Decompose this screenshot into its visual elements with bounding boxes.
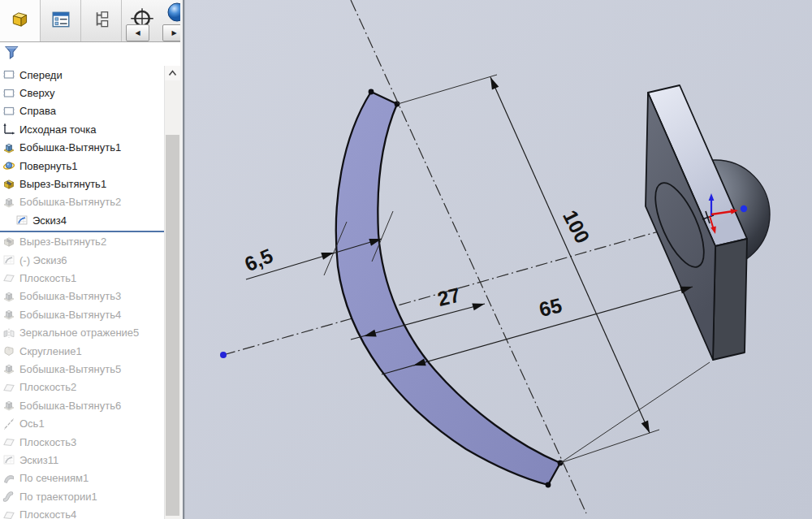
tree-item[interactable]: Сверху: [0, 84, 165, 102]
sketch-origin-point[interactable]: [220, 352, 227, 358]
mirror-icon: [2, 327, 15, 340]
tree-item[interactable]: Плоскость4: [0, 505, 165, 519]
scrollbar-thumb[interactable]: [166, 135, 179, 516]
tree-item[interactable]: Плоскость1: [0, 269, 165, 287]
feature-manager-panel: ◀ ▶ СпередиСверхуСправаИсходная точкаБоб…: [0, 0, 180, 519]
plane-icon: [2, 508, 15, 519]
sketch-icon: [2, 453, 15, 466]
tree-item[interactable]: Повернуть1: [0, 157, 165, 175]
tree-item-label: Бобышка-Вытянуть1: [19, 141, 121, 154]
tree-item-label: Бобышка-Вытянуть6: [19, 400, 121, 412]
tab-featuremanager[interactable]: [0, 0, 41, 41]
tab-scroll-left-button[interactable]: ◀: [126, 24, 149, 41]
tree-item[interactable]: Бобышка-Вытянуть6: [0, 396, 165, 414]
boss-extrude-icon: [2, 399, 15, 412]
tree-scrollbar[interactable]: [164, 66, 180, 519]
feature-tree: СпередиСверхуСправаИсходная точкаБобышка…: [0, 66, 165, 519]
boss-extrude-icon: [2, 141, 15, 154]
dimension-27-text[interactable]: 27: [435, 283, 463, 310]
tree-item[interactable]: Плоскость3: [0, 433, 165, 451]
tree-item[interactable]: (-) Эскиз6: [0, 251, 165, 269]
tree-item-label: Вырез-Вытянуть2: [19, 236, 106, 248]
tree-item[interactable]: Скругление1: [0, 342, 165, 360]
dimension-6-5-text[interactable]: 6,5: [241, 244, 276, 275]
centerline-axis: [223, 218, 707, 355]
origin-icon: [2, 123, 15, 136]
tree-item[interactable]: Бобышка-Вытянуть5: [0, 360, 165, 378]
tree-item-label: Плоскость2: [19, 381, 76, 393]
sweep-icon: [2, 490, 15, 503]
tree-item-label: (-) Эскиз6: [19, 254, 67, 266]
graphics-viewport[interactable]: 100 65 27 6,5: [185, 0, 812, 519]
dimension-65-text[interactable]: 65: [537, 293, 564, 321]
tree-item-label: Спереди: [19, 69, 63, 81]
tree-item-label: Ось1: [19, 417, 45, 430]
axis-icon: [2, 417, 15, 430]
tab-configurationmanager[interactable]: [81, 0, 122, 41]
tree-item[interactable]: Спереди: [0, 66, 165, 84]
tree-item-label: Плоскость1: [19, 272, 76, 284]
dimension-100[interactable]: 100: [487, 76, 653, 435]
tree-item[interactable]: Вырез-Вытянуть2: [0, 233, 165, 251]
tab-scroll-right-button[interactable]: ▶: [162, 24, 180, 41]
plane-icon: [2, 435, 15, 448]
tree-item[interactable]: Бобышка-Вытянуть4: [0, 305, 165, 323]
sketch-icon: [15, 214, 28, 227]
plane-ref-icon: [2, 87, 15, 100]
tree-item-label: Бобышка-Вытянуть4: [19, 309, 121, 321]
tree-item-label: Эскиз11: [19, 454, 58, 466]
triad-endpoint-dot[interactable]: [741, 205, 747, 212]
revolve-icon: [2, 159, 15, 172]
tree-item-label: По сечениям1: [19, 472, 89, 484]
tree-item-label: Исходная точка: [19, 123, 97, 136]
tree-item[interactable]: По траектории1: [0, 487, 165, 505]
tree-item-label: Повернуть1: [19, 160, 77, 172]
tree-item-label: Эскиз4: [32, 214, 67, 227]
boss-extrude-icon: [2, 308, 15, 321]
tree-item[interactable]: Зеркальное отражение5: [0, 323, 165, 341]
configurationmanager-icon: [91, 9, 112, 33]
tree-item[interactable]: Бобышка-Вытянуть3: [0, 288, 165, 305]
tree-item[interactable]: По сечениям1: [0, 469, 165, 487]
tab-dimxpert[interactable]: ◀ ▶: [122, 0, 180, 41]
boss-extrude-icon: [2, 290, 15, 303]
tree-item[interactable]: Эскиз11: [0, 451, 165, 469]
tab-propertymanager[interactable]: [41, 0, 81, 41]
tree-item[interactable]: Вырез-Вытянуть1: [0, 175, 165, 192]
plane-ref-icon: [2, 68, 15, 81]
tree-item[interactable]: Плоскость2: [0, 378, 165, 396]
plane-icon: [2, 381, 15, 394]
tree-item-label: По траектории1: [19, 491, 97, 503]
tree-item-label: Скругление1: [19, 345, 82, 357]
cut-extrude-icon: [2, 178, 15, 191]
tree-item-label: Плоскость4: [19, 508, 76, 519]
plate-body[interactable]: [646, 85, 747, 360]
tree-item[interactable]: Исходная точка: [0, 120, 165, 138]
tree-item[interactable]: Ось1: [0, 414, 165, 432]
propertymanager-icon: [50, 9, 71, 33]
fillet-icon: [2, 344, 15, 357]
tree-item-label: Плоскость3: [19, 436, 76, 448]
tree-item[interactable]: Эскиз4: [0, 211, 165, 229]
displaymanager-sphere-icon[interactable]: [167, 2, 180, 23]
tree-item-label: Бобышка-Вытянуть3: [19, 290, 121, 302]
tree-item[interactable]: Бобышка-Вытянуть1: [0, 139, 165, 157]
plane-ref-icon: [2, 105, 15, 118]
cut-extrude-icon: [2, 236, 15, 249]
tree-item[interactable]: Бобышка-Вытянуть2: [0, 193, 165, 211]
tree-filter-bar: [0, 42, 180, 67]
sketch-icon: [2, 253, 15, 266]
plate-side-face[interactable]: [713, 239, 747, 360]
tree-item-label: Справа: [19, 105, 56, 117]
tree-item-label: Бобышка-Вытянуть5: [19, 363, 121, 375]
viewport-canvas[interactable]: 100 65 27 6,5: [185, 0, 812, 519]
boss-extrude-icon: [2, 196, 15, 209]
tree-item-label: Вырез-Вытянуть1: [19, 178, 106, 190]
tree-item-label: Зеркальное отражение5: [19, 327, 139, 339]
tree-item-label: Бобышка-Вытянуть2: [19, 196, 121, 208]
filter-funnel-icon[interactable]: [4, 45, 19, 63]
scrollbar-up-arrow[interactable]: [165, 66, 180, 80]
tree-item-label: Сверху: [19, 87, 54, 99]
tree-item[interactable]: Справа: [0, 102, 165, 120]
loft-icon: [2, 472, 15, 485]
